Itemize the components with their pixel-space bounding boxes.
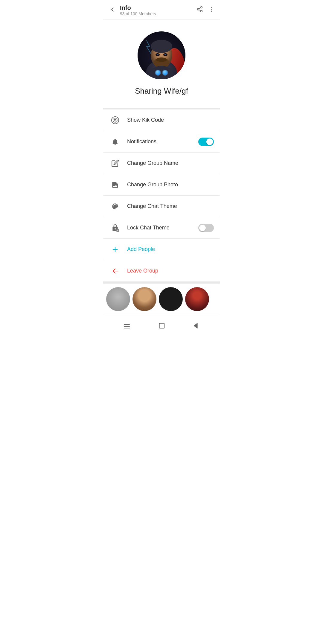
- svg-point-19: [157, 54, 159, 55]
- header: Info 93 of 100 Members: [103, 0, 220, 19]
- svg-line-3: [199, 10, 201, 11]
- more-options-button[interactable]: [208, 6, 215, 14]
- notifications-toggle[interactable]: [198, 138, 214, 146]
- menu-item-leave-group[interactable]: Leave Group: [103, 260, 220, 282]
- svg-point-23: [162, 70, 168, 75]
- notifications-label: Notifications: [127, 138, 198, 145]
- lock-chat-theme-toggle[interactable]: [198, 224, 214, 232]
- header-left: Info 93 of 100 Members: [108, 4, 156, 16]
- back-nav-button[interactable]: [187, 320, 206, 333]
- svg-point-7: [211, 11, 212, 12]
- show-kik-code-label: Show Kik Code: [127, 117, 214, 123]
- members-section: [103, 282, 220, 315]
- palette-icon: [109, 203, 121, 210]
- lock-icon: [109, 224, 121, 232]
- change-group-name-label: Change Group Name: [127, 160, 214, 166]
- add-people-icon: [109, 245, 121, 254]
- page-title: Info: [120, 4, 156, 11]
- svg-point-18: [156, 58, 167, 62]
- leave-group-label: Leave Group: [127, 268, 214, 274]
- profile-section: Sharing Wife/gf: [103, 19, 220, 109]
- change-group-photo-label: Change Group Photo: [127, 182, 214, 188]
- svg-point-22: [155, 70, 161, 75]
- edit-icon: [109, 159, 121, 167]
- share-button[interactable]: [196, 6, 203, 14]
- group-name: Sharing Wife/gf: [135, 86, 188, 96]
- menu-item-change-group-name[interactable]: Change Group Name: [103, 153, 220, 174]
- hamburger-menu-button[interactable]: [117, 320, 136, 333]
- add-people-label: Add People: [127, 246, 214, 252]
- svg-point-20: [164, 54, 166, 55]
- menu-item-add-people[interactable]: Add People: [103, 239, 220, 260]
- menu-section: Show Kik Code Notifications Change Group…: [103, 109, 220, 282]
- svg-point-5: [211, 7, 212, 8]
- header-right: [196, 6, 215, 14]
- member-avatar-4[interactable]: [185, 287, 209, 311]
- avatar: [138, 31, 185, 79]
- home-button[interactable]: [153, 320, 171, 333]
- lock-chat-theme-label: Lock Chat Theme: [127, 225, 198, 231]
- bottom-navigation: [103, 315, 220, 338]
- svg-point-6: [211, 9, 212, 10]
- back-button[interactable]: [108, 5, 117, 16]
- member-avatar-1[interactable]: [106, 287, 130, 311]
- member-avatar-3[interactable]: [159, 287, 183, 311]
- member-count: 93 of 100 Members: [120, 11, 156, 16]
- svg-marker-35: [194, 323, 197, 328]
- header-title-block: Info 93 of 100 Members: [120, 4, 156, 16]
- bell-icon: [109, 138, 121, 146]
- svg-point-27: [115, 120, 115, 120]
- svg-line-4: [199, 8, 201, 9]
- svg-rect-34: [159, 323, 164, 328]
- menu-item-lock-chat-theme[interactable]: Lock Chat Theme: [103, 217, 220, 239]
- kik-code-icon: [109, 116, 121, 124]
- svg-point-14: [151, 40, 172, 53]
- avatar-image: [138, 31, 185, 79]
- notifications-slider: [198, 138, 214, 146]
- menu-item-notifications[interactable]: Notifications: [103, 131, 220, 153]
- photo-icon: +: [109, 181, 121, 189]
- menu-item-change-group-photo[interactable]: + Change Group Photo: [103, 174, 220, 196]
- lock-chat-theme-slider: [198, 224, 214, 232]
- leave-group-icon: [109, 267, 121, 275]
- menu-item-show-kik-code[interactable]: Show Kik Code: [103, 109, 220, 131]
- svg-text:+: +: [117, 182, 118, 184]
- menu-item-change-chat-theme[interactable]: Change Chat Theme: [103, 196, 220, 217]
- change-chat-theme-label: Change Chat Theme: [127, 203, 214, 209]
- member-avatar-2[interactable]: [132, 287, 156, 311]
